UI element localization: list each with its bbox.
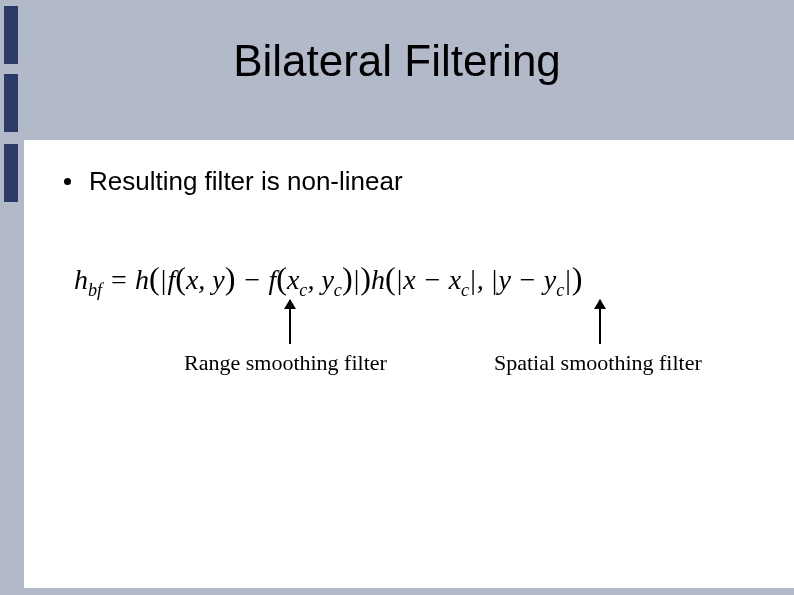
paren-open-icon: ( (276, 260, 287, 296)
paren-close-icon: ) (360, 260, 371, 296)
content-area: Resulting filter is non-linear hbf = h(|… (24, 140, 794, 588)
left-rail-decoration (0, 0, 24, 595)
formula-y: y (212, 264, 224, 295)
paren-open-icon: ( (175, 260, 186, 296)
formula-lhs-h: h (74, 264, 88, 295)
comma-icon: , (477, 264, 491, 295)
comma-icon: , (198, 264, 212, 295)
caption-range: Range smoothing filter (184, 350, 387, 376)
formula-yc: y (321, 264, 333, 295)
paren-close-icon: ) (342, 260, 353, 296)
minus-icon: − (416, 264, 449, 295)
paren-close-icon: ) (225, 260, 236, 296)
formula-f2: f (268, 264, 276, 295)
arrow-up-icon (289, 300, 291, 344)
comma-icon: , (307, 264, 321, 295)
formula-f1: f (167, 264, 175, 295)
abs-close-icon: | (469, 264, 477, 295)
formula-x: x (186, 264, 198, 295)
formula: hbf = h(|f(x, y) − f(xc, yc)|)h(|x − xc|… (74, 260, 583, 301)
minus-icon: − (511, 264, 544, 295)
arrow-up-icon (599, 300, 601, 344)
paren-open-icon: ( (149, 260, 160, 296)
formula-yc-sub: c (334, 280, 342, 300)
paren-open-icon: ( (385, 260, 396, 296)
bullet-dot-icon (64, 178, 71, 185)
formula-eq: = (102, 264, 135, 295)
formula-xc2-sub: c (461, 280, 469, 300)
paren-close-icon: ) (572, 260, 583, 296)
abs-close-icon: | (564, 264, 572, 295)
formula-h2: h (371, 264, 385, 295)
formula-xc: x (287, 264, 299, 295)
formula-yc2: y (544, 264, 556, 295)
caption-spatial: Spatial smoothing filter (494, 350, 702, 376)
bullet-text: Resulting filter is non-linear (89, 166, 403, 197)
minus-icon: − (235, 264, 268, 295)
rail-block-icon (4, 74, 18, 132)
formula-xc2: x (449, 264, 461, 295)
slide-title: Bilateral Filtering (0, 36, 794, 86)
formula-lhs-sub: bf (88, 280, 102, 300)
rail-block-icon (4, 6, 18, 64)
title-band: Bilateral Filtering (0, 0, 794, 140)
rail-block-icon (4, 144, 18, 202)
bullet-item: Resulting filter is non-linear (64, 166, 403, 197)
formula-x2: x (403, 264, 415, 295)
formula-h1: h (135, 264, 149, 295)
formula-y2: y (498, 264, 510, 295)
